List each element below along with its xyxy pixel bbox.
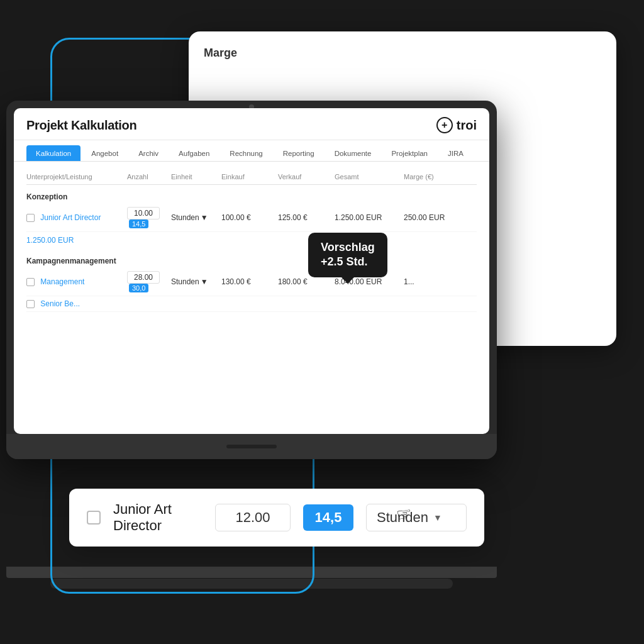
tab-jira[interactable]: JIRA [438,145,473,161]
row-checkbox[interactable] [26,214,35,222]
row-name-management: Management [26,277,127,286]
cell-marge: 250.00 EUR [404,213,460,222]
row-checkbox-senior[interactable] [26,300,35,308]
table-header: Unterprojekt/Leistung Anzahl Einheit Ein… [26,169,477,185]
logo-icon [436,117,453,133]
laptop-stand [6,567,497,578]
section-kampagnen: Kampagnenmanagement [26,252,477,268]
background-card-content: Marge [189,31,616,82]
table-row: Junior Art Director 10.00 14,5 Stunden ▼… [26,204,477,232]
tab-kalkulation[interactable]: Kalkulation [26,145,80,161]
subtotal-konzeption: 1.250.00 EUR [26,234,477,247]
anzahl-badge-mgmt: 30,0 [129,284,148,292]
tab-rechnung[interactable]: Rechnung [220,145,272,161]
cell-einkauf: 100.00 € [221,213,278,222]
laptop-base-foot [50,579,453,589]
row-name-senior: Senior Be... [26,299,127,308]
cell-verkauf: 125.00 € [278,213,335,222]
expanded-unit-select[interactable]: Stunden ▼ [366,504,467,531]
section-konzeption: Konzeption [26,187,477,204]
cell-einheit: Stunden ▼ [171,213,221,222]
laptop-screen: Projekt Kalkulation troi Kalkulation Ang… [14,108,489,434]
unit-arrow-icon: ▼ [433,513,442,523]
einheit-arrow: ▼ [201,213,208,222]
tab-aufgaben[interactable]: Aufgaben [169,145,219,161]
cell-gesamt: 1.250.00 EUR [335,213,404,222]
row-checkbox-mgmt[interactable] [26,278,35,286]
row-name-junior: Junior Art Director [26,213,127,222]
col-marge: Marge (€) [404,173,460,180]
einheit-arrow-mgmt: ▼ [201,277,208,286]
tab-archiv[interactable]: Archiv [129,145,168,161]
expanded-checkbox[interactable] [87,511,101,525]
expanded-row-card: Junior Art Director 14,5 Stunden ▼ [69,489,484,547]
col-einheit: Einheit [171,173,221,180]
col-unterprojekt: Unterprojekt/Leistung [26,173,127,180]
row-label-mgmt[interactable]: Management [40,277,84,286]
logo: troi [436,117,477,133]
expanded-badge: 14,5 [303,504,353,531]
tooltip-bubble: Vorschlag +2.5 Std. [308,233,387,277]
laptop-base [6,434,497,459]
cell-anzahl: 10.00 14,5 [127,207,171,228]
expanded-value-input[interactable] [215,504,291,531]
tooltip-line2: +2.5 Std. [321,255,375,269]
cell-einheit-mgmt: Stunden ▼ [171,277,221,286]
col-gesamt: Gesamt [335,173,404,180]
expanded-row-name: Junior Art Director [113,501,203,534]
col-anzahl: Anzahl [127,173,171,180]
table-area: Unterprojekt/Leistung Anzahl Einheit Ein… [14,162,489,319]
tab-projektplan[interactable]: Projektplan [382,145,437,161]
nav-tabs: Kalkulation Angebot Archiv Aufgaben Rech… [14,140,489,162]
row-label-senior[interactable]: Senior Be... [40,299,80,308]
col-verkauf: Verkauf [278,173,335,180]
tab-angebot[interactable]: Angebot [82,145,128,161]
row-label[interactable]: Junior Art Director [40,213,101,222]
table-row: Management 28.00 30,0 Stunden ▼ 130.00 €… [26,268,477,296]
col-einkauf: Einkauf [221,173,278,180]
einheit-label-mgmt: Stunden [171,277,199,286]
logo-text: troi [457,118,477,133]
cell-verkauf-mgmt: 180.00 € [278,277,335,286]
laptop-frame: Projekt Kalkulation troi Kalkulation Ang… [6,101,497,459]
app-header: Projekt Kalkulation troi [14,108,489,140]
page-title: Projekt Kalkulation [26,118,136,133]
table-row: Senior Be... [26,296,477,312]
cell-einkauf-mgmt: 130.00 € [221,277,278,286]
anzahl-input-mgmt[interactable]: 28.00 [127,271,160,284]
einheit-label: Stunden [171,213,199,222]
tab-reporting[interactable]: Reporting [274,145,324,161]
tab-dokumente[interactable]: Dokumente [325,145,381,161]
cell-anzahl-mgmt: 28.00 30,0 [127,271,171,292]
tooltip-line1: Vorschlag [321,240,375,255]
laptop-notch [226,445,277,448]
anzahl-badge: 14,5 [129,219,148,228]
background-card-title: Marge [204,47,601,60]
anzahl-input[interactable]: 10.00 [127,207,160,219]
cell-marge-mgmt: 1... [404,277,460,286]
